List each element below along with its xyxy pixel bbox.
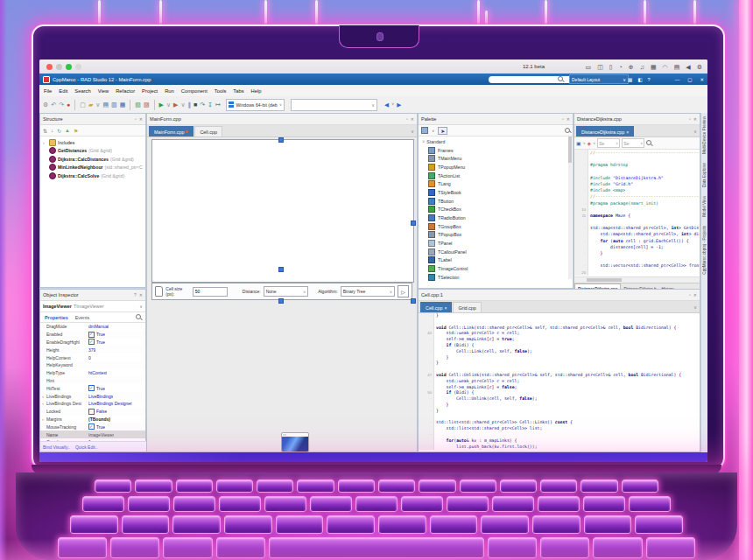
- menu-item[interactable]: Run: [165, 88, 174, 94]
- code-line[interactable]: · void Cell::Link(std::shared_ptr<Cell>&…: [419, 326, 700, 332]
- toolbar-separator[interactable]: [154, 100, 155, 110]
- help-icon[interactable]: ?: [647, 77, 650, 82]
- MouseTracking[interactable]: MouseTracking True: [40, 423, 145, 430]
- chevron-down-icon[interactable]: ∨: [391, 102, 394, 108]
- structure-tree[interactable]: Includes GetDistances (Grid &grid) Di: [40, 136, 145, 180]
- cell-tabs[interactable]: Cell.cpp × Grid.cpp × ∨: [419, 301, 700, 313]
- clock-icon[interactable]: ◔: [619, 64, 623, 70]
- code-line[interactable]: · self->m_mapLinks[c] = true;: [419, 337, 700, 343]
- selection-handle[interactable]: [278, 137, 284, 143]
- code-line[interactable]: }: [419, 402, 700, 409]
- code-line[interactable]: · }: [419, 409, 700, 415]
- HelpType[interactable]: HelpType htContext: [40, 369, 145, 377]
- code-line[interactable]: 20: [574, 270, 700, 276]
- structure-item[interactable]: GetDistances (Grid &grid): [43, 147, 145, 156]
- list-icon[interactable]: ▤: [674, 64, 680, 70]
- menu-item[interactable]: Component: [181, 88, 208, 94]
- distance-selector[interactable]: None ∨: [264, 286, 308, 297]
- designed-form[interactable]: [151, 139, 414, 283]
- close-icon[interactable]: ✕: [411, 116, 414, 122]
- search-icon[interactable]: [565, 128, 570, 134]
- sort-type-icon[interactable]: ↓: [51, 128, 53, 133]
- close-icon[interactable]: ✕: [139, 292, 143, 298]
- object-inspector-header[interactable]: Object Inspector ? ✕: [40, 290, 145, 301]
- chevron-down-icon[interactable]: ∨: [411, 129, 414, 134]
- run-to-cursor-icon[interactable]: ↦: [215, 102, 221, 108]
- expand-arrow-icon[interactable]: [43, 140, 47, 145]
- code-line[interactable]: · }: [419, 360, 700, 367]
- music-icon[interactable]: ♫: [640, 64, 644, 70]
- search-combo[interactable]: Se∨: [622, 138, 644, 148]
- code-line[interactable]: · #pragma package(smart_init): [574, 200, 700, 206]
- palette-item-tpopupbox[interactable]: TPopupBox: [422, 231, 573, 240]
- dijkstra-tabs[interactable]: DistanceDijkstra.cpp × ∨: [574, 125, 700, 137]
- code-line[interactable]: [419, 319, 700, 326]
- selection-handle[interactable]: [278, 298, 284, 304]
- input-menu-icon[interactable]: ◀: [686, 64, 690, 70]
- palette-item-frames[interactable]: Frames: [422, 146, 573, 155]
- up-icon[interactable]: ▲: [65, 128, 70, 133]
- palette-item-tstylebook[interactable]: TStyleBook: [422, 188, 573, 197]
- code-line[interactable]: 40 std::weak_ptr<Cell> c = cell;: [419, 331, 700, 337]
- property-value[interactable]: LiveBindings Designer: [88, 401, 132, 406]
- HelpContext[interactable]: HelpContext 0: [40, 354, 145, 361]
- close-icon[interactable]: ✕: [139, 116, 143, 122]
- checkbox-icon[interactable]: [88, 332, 95, 338]
- designer-tabs[interactable]: MainForm.cpp Cell.cpp ∨: [147, 125, 417, 137]
- property-value[interactable]: (TBounds): [88, 416, 110, 422]
- layout-icon[interactable]: ▦: [628, 77, 632, 82]
- Enabled[interactable]: Enabled True: [40, 331, 145, 339]
- tab-properties[interactable]: Properties: [45, 315, 68, 320]
- os-status-icons[interactable]: ▭◫▯◔⊕♫▦◠▤◀⚙: [586, 64, 703, 70]
- docked-panel-tab[interactable]: Multi-Device Preview: [702, 116, 707, 154]
- Name[interactable]: Name ImageViewer: [40, 430, 145, 438]
- traffic-light[interactable]: [75, 64, 81, 70]
- chevron-down-icon[interactable]: ∨: [432, 129, 434, 133]
- designer-canvas[interactable]: Cell size (px): Distance: None ∨ Algorit…: [147, 137, 417, 443]
- save-icon[interactable]: ▤: [102, 102, 109, 108]
- property-value[interactable]: True: [96, 386, 105, 391]
- grid-icon[interactable]: ▦: [651, 64, 657, 70]
- property-value[interactable]: 0: [88, 355, 91, 360]
- code-line[interactable]: · for (auto cell : grid.EachCell()) {: [574, 238, 700, 244]
- run-wd-chevron-icon[interactable]: ∨: [180, 102, 185, 108]
- palette-tree[interactable]: Standard Frames TMainMenu: [419, 136, 573, 281]
- menu-item[interactable]: Edit: [59, 88, 67, 94]
- code-line[interactable]: for(auto& kv : m_mapLinks) {: [419, 438, 700, 444]
- DragMode[interactable]: DragMode dmManual: [40, 323, 145, 331]
- minimize-button[interactable]: —: [675, 77, 680, 82]
- save-as-icon[interactable]: ▥: [111, 102, 117, 108]
- HelpKeyword[interactable]: HelpKeyword: [40, 361, 145, 369]
- trace-into-icon[interactable]: ↧: [208, 102, 213, 108]
- traffic-light[interactable]: [46, 64, 53, 70]
- footer-link[interactable]: Bind Visually..: [43, 444, 70, 450]
- code-line[interactable]: · #include <map>: [574, 187, 700, 193]
- window-traffic-lights[interactable]: [46, 64, 81, 70]
- code-line[interactable]: [574, 256, 700, 262]
- new-page-icon[interactable]: [155, 286, 163, 297]
- redo-icon[interactable]: ↷: [59, 102, 64, 108]
- menu-item[interactable]: Search: [74, 88, 90, 94]
- close-tab-icon[interactable]: ×: [626, 130, 629, 135]
- save-all-icon[interactable]: ▦: [120, 102, 126, 108]
- traffic-light[interactable]: [66, 64, 72, 70]
- structure-item[interactable]: Dijkstra::CalcDistances (Grid &grid): [43, 155, 145, 164]
- code-line[interactable]: · std::list<std::shared_ptr<Cell>> Cell:…: [419, 420, 700, 426]
- undo-icon[interactable]: ↶: [51, 102, 56, 108]
- code-line[interactable]: · Cell::Unlink(cell, self, false);: [419, 396, 700, 402]
- docked-panels-rail[interactable]: Multi-Device PreviewData ExplorerModel V…: [700, 113, 707, 452]
- menu-item[interactable]: File: [44, 88, 52, 94]
- palette-item-tpanel[interactable]: TPanel: [422, 239, 573, 248]
- selection-handle[interactable]: [278, 267, 284, 272]
- LiveBindings[interactable]: LiveBindings LiveBindings: [40, 392, 145, 400]
- code-line[interactable]: if (Bidi) {: [419, 343, 700, 349]
- checkbox-icon[interactable]: [88, 339, 95, 345]
- code-line[interactable]: · Cell::Link(cell, self, false);: [419, 349, 700, 355]
- file-tab[interactable]: DistanceDijkstra.cpp ×: [576, 126, 634, 136]
- selection-handle[interactable]: [411, 298, 416, 304]
- code-line[interactable]: }: [419, 355, 700, 361]
- restore-button[interactable]: ▢: [687, 77, 692, 82]
- window-icon[interactable]: ◫: [597, 64, 603, 70]
- close-icon[interactable]: ✕: [693, 116, 697, 122]
- pin-icon[interactable]: ▫: [562, 116, 564, 122]
